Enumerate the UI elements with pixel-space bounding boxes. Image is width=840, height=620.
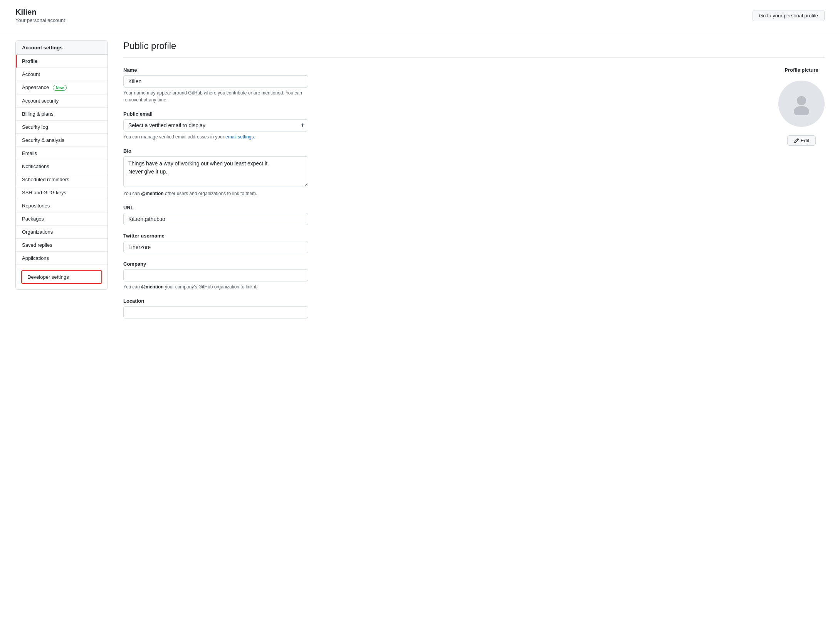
top-bar-left: Kilien Your personal account: [15, 8, 65, 23]
company-hint: You can @mention your company's GitHub o…: [123, 283, 308, 290]
name-section: Name Your name may appear around GitHub …: [123, 67, 825, 103]
company-section: Company You can @mention your company's …: [123, 261, 825, 290]
email-select[interactable]: Select a verified email to display: [123, 119, 308, 131]
sidebar-item-profile[interactable]: Profile: [16, 55, 108, 68]
sidebar-item-security-log[interactable]: Security log: [16, 121, 108, 134]
page-title: Public profile: [123, 40, 825, 58]
sidebar-item-scheduled-reminders[interactable]: Scheduled reminders: [16, 173, 108, 186]
profile-picture-label: Profile picture: [785, 67, 818, 73]
sidebar-item-account-security[interactable]: Account security: [16, 94, 108, 108]
sidebar-item-packages[interactable]: Packages: [16, 212, 108, 226]
bio-section: Bio Things have a way of working out whe…: [123, 148, 825, 197]
public-email-label: Public email: [123, 111, 825, 117]
developer-settings-wrapper: Developer settings: [16, 265, 108, 289]
main-layout: Account settings Profile Account Appeara…: [0, 31, 840, 335]
sidebar-item-developer-settings[interactable]: Developer settings: [21, 270, 102, 284]
sidebar-item-applications[interactable]: Applications: [16, 252, 108, 265]
sidebar: Account settings Profile Account Appeara…: [15, 40, 108, 290]
profile-picture-avatar: [778, 81, 825, 127]
company-label: Company: [123, 261, 825, 267]
go-to-profile-button[interactable]: Go to your personal profile: [753, 10, 825, 21]
pencil-icon: [794, 138, 799, 143]
profile-picture-section: Profile picture Edit: [778, 67, 825, 146]
bio-textarea[interactable]: Things have a way of working out when yo…: [123, 156, 308, 187]
twitter-section: Twitter username: [123, 233, 825, 253]
sidebar-item-notifications[interactable]: Notifications: [16, 160, 108, 173]
sidebar-header: Account settings: [16, 41, 108, 55]
twitter-label: Twitter username: [123, 233, 825, 239]
sidebar-item-appearance[interactable]: Appearance New: [16, 81, 108, 94]
name-label: Name: [123, 67, 825, 73]
top-bar: Kilien Your personal account Go to your …: [0, 0, 840, 31]
email-settings-link[interactable]: email settings.: [225, 134, 255, 140]
new-badge: New: [53, 85, 67, 91]
svg-point-1: [794, 106, 809, 115]
sidebar-item-account[interactable]: Account: [16, 68, 108, 81]
location-input[interactable]: [123, 306, 308, 318]
content-inner: Profile picture Edit Name: [123, 67, 825, 318]
name-input[interactable]: [123, 75, 308, 88]
sidebar-item-saved-replies[interactable]: Saved replies: [16, 239, 108, 252]
bio-label: Bio: [123, 148, 825, 154]
edit-profile-picture-button[interactable]: Edit: [787, 135, 816, 146]
sidebar-item-organizations[interactable]: Organizations: [16, 226, 108, 239]
content-area: Public profile Profile picture Edit: [108, 40, 825, 326]
location-label: Location: [123, 298, 825, 304]
sidebar-item-ssh-gpg-keys[interactable]: SSH and GPG keys: [16, 186, 108, 199]
twitter-input[interactable]: [123, 241, 308, 253]
email-hint: You can manage verified email addresses …: [123, 133, 308, 140]
name-hint: Your name may appear around GitHub where…: [123, 89, 308, 103]
company-input[interactable]: [123, 269, 308, 281]
sidebar-item-repositories[interactable]: Repositories: [16, 199, 108, 212]
sidebar-item-emails[interactable]: Emails: [16, 147, 108, 160]
url-label: URL: [123, 205, 825, 211]
location-section: Location: [123, 298, 825, 318]
top-bar-right: Go to your personal profile: [753, 10, 825, 21]
username-heading: Kilien: [15, 8, 65, 17]
url-section: URL: [123, 205, 825, 225]
bio-hint: You can @mention other users and organiz…: [123, 190, 308, 197]
account-subtitle: Your personal account: [15, 17, 65, 23]
sidebar-item-billing[interactable]: Billing & plans: [16, 108, 108, 121]
svg-point-0: [797, 96, 806, 105]
public-email-section: Public email Select a verified email to …: [123, 111, 825, 140]
url-input[interactable]: [123, 213, 308, 225]
email-select-wrapper: Select a verified email to display ⬍: [123, 119, 308, 131]
sidebar-item-security-analysis[interactable]: Security & analysis: [16, 134, 108, 147]
